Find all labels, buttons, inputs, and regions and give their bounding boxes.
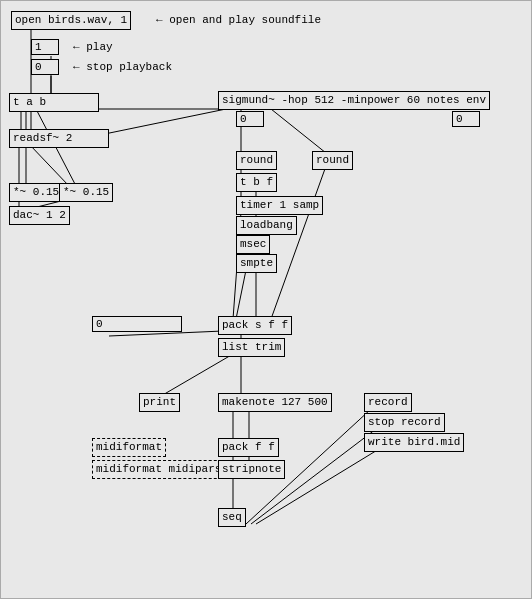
readsf-object[interactable]: readsf~ 2 (9, 129, 109, 148)
midiformat-midiparse-object[interactable]: midiformat midiparse (92, 460, 232, 479)
num-0-stop[interactable]: 0 (31, 59, 59, 75)
msec-object[interactable]: msec (236, 235, 270, 254)
pack-ff-object[interactable]: pack f f (218, 438, 279, 457)
num-0-bot[interactable]: 0 (92, 316, 182, 332)
smpte-object[interactable]: smpte (236, 254, 277, 273)
mul-015-right[interactable]: *~ 0.15 (59, 183, 113, 202)
round-left-object[interactable]: round (236, 151, 277, 170)
write-bird-object[interactable]: write bird.mid (364, 433, 464, 452)
makenote-object[interactable]: makenote 127 500 (218, 393, 332, 412)
list-trim-object[interactable]: list trim (218, 338, 285, 357)
round-right-object[interactable]: round (312, 151, 353, 170)
comment-open-play: ← open and play soundfile (156, 14, 321, 26)
svg-line-7 (29, 144, 69, 186)
record-object[interactable]: record (364, 393, 412, 412)
stripnote-object[interactable]: stripnote (218, 460, 285, 479)
tab-ab-object[interactable]: t a b (9, 93, 99, 112)
patch-canvas: open birds.wav, 1 ← open and play soundf… (0, 0, 532, 599)
mul-015-left[interactable]: *~ 0.15 (9, 183, 63, 202)
comment-stop: ← stop playback (73, 61, 172, 73)
pack-sff-object[interactable]: pack s f f (218, 316, 292, 335)
timer-samp-object[interactable]: timer 1 samp (236, 196, 323, 215)
svg-line-19 (236, 270, 246, 319)
dac-object[interactable]: dac~ 1 2 (9, 206, 70, 225)
num-1[interactable]: 1 (31, 39, 59, 55)
svg-line-13 (271, 166, 326, 319)
comment-play: ← play (73, 41, 113, 53)
sigmund-object[interactable]: sigmund~ -hop 512 -minpower 60 notes env (218, 91, 490, 110)
num-0-sig-left[interactable]: 0 (236, 111, 264, 127)
seq-object[interactable]: seq (218, 508, 246, 527)
loadbang-object[interactable]: loadbang (236, 216, 297, 235)
num-0-sig-right[interactable]: 0 (452, 111, 480, 127)
stop-record-object[interactable]: stop record (364, 413, 445, 432)
midiformat-object[interactable]: midiformat (92, 438, 166, 457)
svg-line-22 (161, 354, 233, 396)
open-birds-object[interactable]: open birds.wav, 1 (11, 11, 131, 30)
tbf-object[interactable]: t b f (236, 173, 277, 192)
svg-line-11 (271, 109, 326, 153)
print-object[interactable]: print (139, 393, 180, 412)
